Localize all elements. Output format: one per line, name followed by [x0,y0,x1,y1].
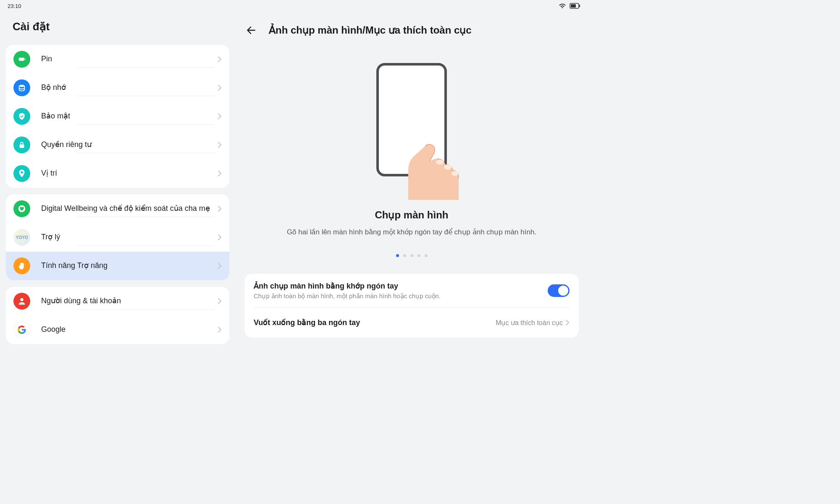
svg-rect-2 [571,4,576,8]
page-dot[interactable] [410,254,413,257]
sidebar-item-label: Google [41,325,71,334]
illustration-desc: Gõ hai lần lên màn hình bằng một khớp ng… [287,228,536,236]
chevron-right-icon [218,326,222,333]
accessibility-icon [13,257,30,274]
sidebar-item-label: Tính năng Trợ năng [41,261,113,270]
hand-icon [396,120,467,200]
page-dot[interactable] [396,254,399,257]
chevron-right-icon [218,298,222,304]
sidebar-item-label: Bộ nhớ [41,83,71,92]
pin-icon [13,51,30,68]
chevron-right-icon [218,170,222,177]
sidebar-item-label: Vị trí [41,168,62,178]
sidebar-item-label: Bảo mật [41,111,75,121]
sidebar-item-security[interactable]: Bảo mật [6,102,229,131]
page-indicator [396,254,428,257]
wellbeing-icon [13,200,30,217]
sidebar-item-label: Pin [41,54,57,64]
page-dot[interactable] [425,254,428,257]
sidebar-item-label: Quyền riêng tư [41,140,97,150]
battery-icon [570,3,580,9]
svg-point-12 [452,171,458,176]
sidebar-item-pin[interactable]: Pin [6,45,229,74]
setting-row-0[interactable]: Ảnh chụp màn hình bằng khớp ngón tayChụp… [244,274,579,307]
sidebar-item-label: Trợ lý [41,232,65,242]
sidebar-item-assistant[interactable]: YOYOTrợ lý [6,223,229,252]
page-dot[interactable] [403,254,406,257]
wifi-icon [559,3,566,9]
setting-title: Ảnh chụp màn hình bằng khớp ngón tay [254,281,548,291]
sidebar-item-label: Digital Wellbeing và chế độ kiểm soát củ… [41,204,215,213]
storage-icon [13,79,30,96]
status-bar: 23:10 [0,0,588,12]
sidebar-item-wellbeing[interactable]: Digital Wellbeing và chế độ kiểm soát củ… [6,194,229,223]
chevron-right-icon [218,113,222,120]
assistant-icon: YOYO [13,229,30,246]
back-button[interactable] [244,24,258,37]
svg-rect-1 [579,5,580,7]
phone-frame-icon [376,63,447,176]
gesture-illustration: Chụp màn hình Gõ hai lần lên màn hình bằ… [244,47,579,265]
setting-row-1[interactable]: Vuốt xuống bằng ba ngón tayMục ưa thích … [244,307,579,338]
setting-title: Vuốt xuống bằng ba ngón tay [254,318,496,327]
location-icon [13,165,30,182]
chevron-right-icon [218,142,222,148]
chevron-right-icon [565,319,570,326]
illustration-title: Chụp màn hình [375,209,449,221]
svg-rect-3 [19,58,24,60]
toggle-switch[interactable] [548,284,570,297]
security-icon [13,108,30,125]
svg-point-5 [19,85,25,87]
sidebar-item-google[interactable]: Google [6,315,229,344]
sidebar-title: Cài đặt [6,12,229,45]
privacy-icon [13,136,30,153]
chevron-right-icon [218,234,222,241]
svg-point-7 [21,171,23,174]
svg-rect-6 [20,144,24,148]
chevron-right-icon [218,56,222,63]
chevron-right-icon [218,205,222,212]
sidebar-item-location[interactable]: Vị trí [6,159,229,188]
google-icon [13,321,30,338]
chevron-right-icon [218,84,222,91]
sidebar-item-accessibility[interactable]: Tính năng Trợ năng [6,252,229,280]
detail-pane: Ảnh chụp màn hình/Mục ưa thích toàn cục … [235,12,588,353]
setting-value: Mục ưa thích toàn cục [496,319,570,327]
arrow-left-icon [246,25,257,36]
users-icon [13,293,30,310]
sidebar-item-label: Người dùng & tài khoản [41,296,126,306]
chevron-right-icon [218,262,222,269]
svg-point-10 [436,160,444,165]
page-dot[interactable] [417,254,420,257]
svg-point-9 [20,298,23,301]
setting-subtitle: Chụp ảnh toàn bộ màn hình, một phần màn … [254,292,548,300]
sidebar-item-privacy[interactable]: Quyền riêng tư [6,131,229,159]
svg-point-11 [444,165,452,170]
status-time: 23:10 [8,3,21,9]
sidebar-item-storage[interactable]: Bộ nhớ [6,74,229,102]
sidebar-item-users[interactable]: Người dùng & tài khoản [6,287,229,315]
detail-title: Ảnh chụp màn hình/Mục ưa thích toàn cục [269,24,472,36]
settings-card: Ảnh chụp màn hình bằng khớp ngón tayChụp… [244,274,579,338]
svg-rect-4 [24,58,25,60]
sidebar: Cài đặt PinBộ nhớBảo mậtQuyền riêng tưVị… [0,12,235,353]
